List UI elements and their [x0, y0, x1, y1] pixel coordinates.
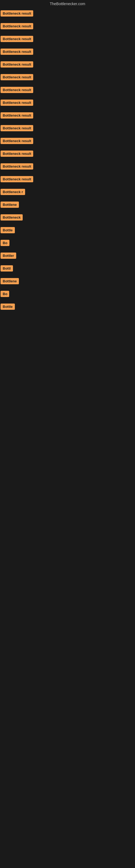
bottleneck-result-tag[interactable]: Bottl: [1, 265, 13, 272]
tag-row: Bottleneck result: [0, 20, 135, 33]
bottleneck-result-tag[interactable]: Bottleneck result: [1, 36, 33, 42]
tag-row: Bottleneck result: [0, 33, 135, 46]
tag-row: Bo: [0, 237, 135, 250]
bottleneck-result-tag[interactable]: Bottleneck result: [1, 87, 33, 93]
tag-row: Bottleneck result: [0, 71, 135, 84]
tag-row: Bo: [0, 288, 135, 301]
tag-row: Bottler: [0, 250, 135, 262]
tag-row: Bottleneck result: [0, 8, 135, 20]
bottleneck-result-tag[interactable]: Bottleneck result: [1, 23, 33, 29]
bottleneck-result-tag[interactable]: Bottleneck result: [1, 125, 33, 131]
tag-row: Bottl: [0, 262, 135, 275]
tag-row: Bottleneck result: [0, 122, 135, 135]
bottleneck-result-tag[interactable]: Bottlene: [1, 202, 19, 208]
tag-row: Bottleneck result: [0, 59, 135, 71]
tag-row: Bottleneck result: [0, 110, 135, 122]
bottleneck-result-tag[interactable]: Bottler: [1, 252, 16, 259]
bottleneck-result-tag[interactable]: Bottleneck result: [1, 61, 33, 67]
tag-row: Bottleneck result: [0, 148, 135, 161]
bottleneck-result-tag[interactable]: Bottleneck result: [1, 74, 33, 80]
tag-row: Bottleneck result: [0, 97, 135, 110]
tag-row: Bottlene: [0, 199, 135, 212]
bottleneck-result-tag[interactable]: Bottleneck result: [1, 163, 33, 169]
bottleneck-result-tag[interactable]: Bottleneck result: [1, 151, 33, 157]
bottleneck-result-tag[interactable]: Bottleneck result: [1, 138, 33, 144]
bottleneck-result-tag[interactable]: Bo: [1, 291, 9, 297]
tag-row: Bottleneck result: [0, 173, 135, 186]
tag-row: Bottleneck: [0, 212, 135, 224]
tag-row: Bottleneck result: [0, 84, 135, 97]
tag-row: Bottle: [0, 301, 135, 314]
bottleneck-result-tag[interactable]: Bo: [1, 240, 9, 246]
tag-row: Bottleneck result: [0, 161, 135, 173]
bottleneck-result-tag[interactable]: Bottleneck result: [1, 10, 33, 17]
bottleneck-result-tag[interactable]: Bottleneck result: [1, 176, 33, 182]
tag-row: Bottlene: [0, 275, 135, 288]
bottleneck-result-tag[interactable]: Bottle: [1, 304, 15, 310]
bottleneck-result-tag[interactable]: Bottleneck result: [1, 112, 33, 119]
bottleneck-result-tag[interactable]: Bottle: [1, 227, 15, 233]
bottleneck-result-tag[interactable]: Bottleneck result: [1, 99, 33, 106]
bottleneck-result-tag[interactable]: Bottleneck: [1, 214, 23, 220]
tag-row: Bottle: [0, 224, 135, 237]
tag-row: Bottleneck result: [0, 135, 135, 148]
bottleneck-result-tag[interactable]: Bottleneck r: [1, 189, 25, 195]
bottleneck-result-tag[interactable]: Bottlene: [1, 278, 19, 284]
tag-row: Bottleneck r: [0, 186, 135, 199]
bottleneck-result-tag[interactable]: Bottleneck result: [1, 49, 33, 55]
tag-row: Bottleneck result: [0, 46, 135, 59]
site-title: TheBottlenecker.com: [0, 0, 135, 8]
